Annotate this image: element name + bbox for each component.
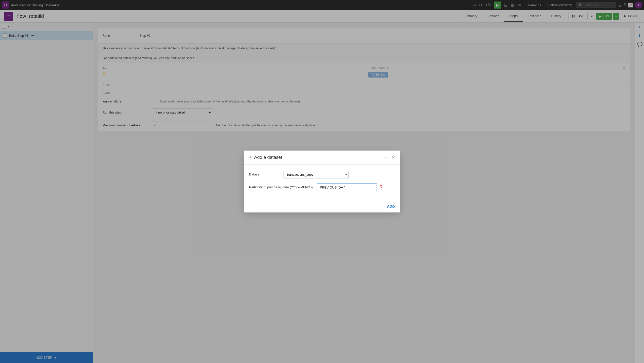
modal-close-button[interactable]: ×	[392, 155, 395, 160]
modal-overlay: + Add a dataset — × Dataset transactions…	[0, 0, 644, 363]
modal-footer: ADD	[244, 202, 400, 212]
modal-header: + Add a dataset — ×	[244, 151, 400, 165]
modal-minimize-button[interactable]: —	[384, 155, 388, 160]
modal-add-button[interactable]: ADD	[387, 204, 395, 208]
modal-plus-icon: +	[249, 155, 252, 160]
modal-body: Dataset transactions_copy Partitioning: …	[244, 165, 400, 202]
modal-title: Add a dataset	[254, 155, 382, 160]
modal-help-icon[interactable]: ❓	[379, 185, 384, 190]
modal-partitioning-row: Partitioning: purchase_date (YYYY-MM-DD)…	[249, 184, 395, 191]
modal-dataset-row: Dataset transactions_copy	[249, 171, 395, 178]
modal-dataset-label: Dataset	[249, 171, 279, 176]
partitioning-value-input[interactable]	[317, 184, 377, 191]
modal-dataset-select[interactable]: transactions_copy	[283, 171, 349, 178]
add-dataset-modal: + Add a dataset — × Dataset transactions…	[244, 151, 400, 212]
partitioning-input-group: ❓	[317, 184, 384, 191]
modal-partitioning-label: Partitioning: purchase_date (YYYY-MM-DD)	[249, 184, 313, 189]
